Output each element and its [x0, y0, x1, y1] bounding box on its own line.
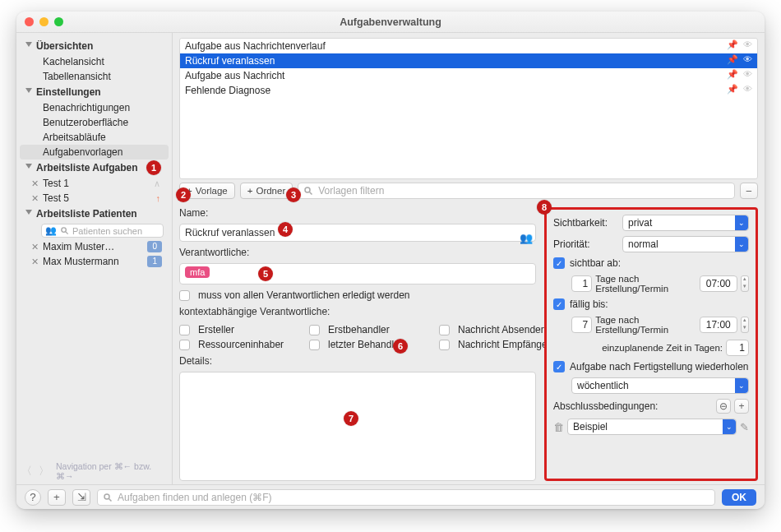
global-search-input[interactable]: Aufgaben finden und anlegen (⌘F): [97, 489, 715, 506]
sidebar-item-test5[interactable]: ✕Test 5↑: [20, 191, 169, 206]
must-all-checkbox[interactable]: muss von allen Verantwortlichen erledigt…: [179, 289, 536, 301]
sidebar-group-overview[interactable]: Übersichten: [20, 38, 169, 54]
zoom-window-button[interactable]: [54, 17, 63, 26]
sidebar-item-tasktemplates[interactable]: Aufgabenvorlagen: [20, 145, 169, 160]
eye-icon[interactable]: 👁: [743, 84, 752, 95]
sidebar-group-settings[interactable]: Einstellungen: [20, 84, 169, 100]
responsible-label: Verantwortliche: 👥: [179, 247, 536, 258]
repeat-select[interactable]: wöchentlich⌄: [571, 377, 749, 394]
context-opt-lasttreater[interactable]: letzter Behandler: [309, 339, 432, 350]
sidebar-group-patientlist[interactable]: Arbeitsliste Patienten: [20, 206, 169, 222]
help-button[interactable]: ?: [25, 489, 41, 506]
patient-search[interactable]: 👥 Patienten suchen: [41, 224, 164, 238]
edit-icon[interactable]: ✎: [740, 421, 749, 433]
repeat-label: Aufgabe nach Fertigstellung wiederholen: [570, 361, 748, 372]
details-label: Details:: [179, 355, 536, 367]
context-opt-firsttreater[interactable]: Erstbehandler: [309, 324, 432, 335]
sidebar-item-patient-0[interactable]: ✕Maxim Muster…0: [20, 239, 169, 254]
checkbox-icon: [179, 340, 190, 350]
annotation-6: 6: [393, 339, 408, 354]
nav-forward-icon[interactable]: 〉: [39, 464, 49, 479]
responsible-input[interactable]: mfa: [179, 263, 536, 285]
add-condition-button[interactable]: +: [734, 399, 749, 414]
condition-select[interactable]: Beispiel⌄: [567, 419, 737, 435]
repeat-checkbox[interactable]: ✓: [553, 361, 565, 372]
responsible-tag[interactable]: mfa: [185, 266, 210, 278]
due-time-input[interactable]: 17:00: [700, 317, 737, 333]
up-arrow-icon: ↑: [156, 193, 161, 203]
sidebar-item-test1[interactable]: ✕Test 1∧: [20, 176, 169, 191]
list-item[interactable]: Fehlende Diagnose📌👁: [180, 83, 757, 98]
due-days-input[interactable]: 7: [571, 317, 592, 333]
context-opt-resourceowner[interactable]: Ressourceninhaber: [179, 339, 303, 350]
template-list[interactable]: Aufgabe aus Nachrichtenverlauf📌👁 Rückruf…: [179, 38, 758, 179]
ok-button[interactable]: OK: [722, 489, 756, 506]
close-icon[interactable]: ✕: [31, 257, 39, 267]
search-icon: [103, 493, 113, 502]
dropdown-arrow-icon: ⌄: [735, 215, 748, 230]
due-label: fällig bis:: [570, 298, 608, 310]
close-window-button[interactable]: [25, 17, 34, 26]
sidebar-item-tileview[interactable]: Kachelansicht: [20, 54, 169, 69]
dropdown-arrow-icon: ⌄: [735, 237, 748, 252]
eye-icon[interactable]: 👁: [743, 69, 752, 80]
name-input[interactable]: Rückruf veranlassen: [179, 224, 536, 242]
sidebar-item-ui[interactable]: Benutzeroberfläche: [20, 115, 169, 130]
sidebar-item-workflows[interactable]: Arbeitsabläufe: [20, 130, 169, 145]
pin-icon[interactable]: 📌: [727, 39, 738, 50]
minimize-window-button[interactable]: [39, 17, 49, 26]
template-filter-input[interactable]: Vorlagen filtern: [298, 183, 735, 199]
eye-icon[interactable]: 👁: [743, 39, 752, 50]
body: Übersichten Kachelansicht Tabellenansich…: [16, 33, 765, 484]
sidebar-item-tableview[interactable]: Tabellenansicht: [20, 69, 169, 84]
list-item[interactable]: Aufgabe aus Nachricht📌👁: [180, 68, 757, 83]
list-item[interactable]: Aufgabe aus Nachrichtenverlauf📌👁: [180, 39, 757, 53]
plus-icon: +: [247, 186, 253, 196]
visibility-select[interactable]: privat⌄: [622, 215, 749, 231]
close-icon[interactable]: ✕: [31, 193, 39, 204]
visibility-label: Sichtbarkeit:: [553, 217, 617, 229]
count-badge: 0: [147, 241, 162, 252]
pin-icon[interactable]: 📌: [727, 69, 738, 80]
context-opt-creator[interactable]: Ersteller: [179, 324, 303, 335]
checkbox-icon: [309, 340, 320, 350]
titlebar: Aufgabenverwaltung: [16, 12, 765, 33]
pin-icon[interactable]: 📌: [727, 84, 738, 95]
sidebar-item-patient-1[interactable]: ✕Max Mustermann1: [20, 254, 169, 269]
remove-template-button[interactable]: −: [740, 183, 758, 199]
people-icon[interactable]: 👥: [520, 232, 533, 244]
annotation-3: 3: [286, 187, 301, 202]
visible-from-checkbox[interactable]: ✓: [553, 257, 565, 269]
main: Aufgabe aus Nachrichtenverlauf📌👁 Rückruf…: [173, 33, 765, 484]
dropdown-arrow-icon: ⌄: [735, 378, 748, 393]
trash-icon[interactable]: 🗑: [553, 421, 564, 433]
add-button[interactable]: +: [48, 489, 66, 506]
close-icon[interactable]: ✕: [31, 178, 39, 189]
plan-days-input[interactable]: 1: [726, 340, 749, 356]
visible-from-days-input[interactable]: 1: [571, 275, 592, 292]
eye-icon[interactable]: 👁: [743, 54, 752, 65]
visible-from-time-input[interactable]: 07:00: [700, 275, 737, 292]
details-textarea[interactable]: [179, 372, 536, 481]
checkbox-icon: [439, 340, 450, 350]
add-folder-button[interactable]: +Ordner: [240, 183, 293, 199]
time-stepper[interactable]: ▲▼: [741, 275, 749, 292]
export-button[interactable]: ⇲: [72, 489, 90, 506]
priority-label: Priorität:: [553, 238, 617, 250]
pin-icon[interactable]: 📌: [727, 54, 738, 65]
close-icon[interactable]: ✕: [31, 242, 39, 252]
priority-select[interactable]: normal⌄: [622, 236, 749, 252]
list-item[interactable]: Rückruf veranlassen📌👁: [180, 53, 757, 68]
search-icon: [303, 186, 313, 196]
form: Name: Rückruf veranlassen Verantwortlich…: [179, 207, 758, 481]
visible-from-label: sichtbar ab:: [570, 257, 621, 269]
sidebar-item-notifications[interactable]: Benachrichtigungen: [20, 100, 169, 115]
time-stepper[interactable]: ▲▼: [741, 317, 749, 333]
nav-back-icon[interactable]: 〈: [21, 464, 32, 479]
up-arrow-icon: ∧: [154, 178, 160, 189]
svg-line-3: [310, 192, 312, 195]
dropdown-arrow-icon: ⌄: [723, 419, 736, 434]
sidebar-footer: 〈 〉 Navigation per ⌘← bzw. ⌘→: [21, 461, 167, 481]
due-checkbox[interactable]: ✓: [553, 298, 565, 310]
remove-condition-button[interactable]: ⊖: [716, 399, 731, 414]
